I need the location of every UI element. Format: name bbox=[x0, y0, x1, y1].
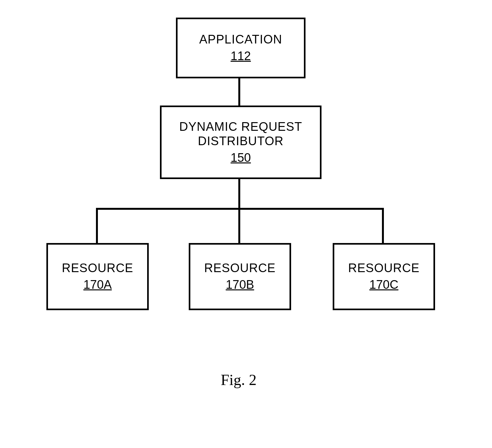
box-resource-b-num: 170B bbox=[226, 278, 254, 292]
box-application-title: APPLICATION bbox=[199, 32, 282, 47]
box-distributor-title-2: DISTRIBUTOR bbox=[198, 134, 284, 149]
box-distributor-title-1: DYNAMIC REQUEST bbox=[179, 120, 302, 134]
box-distributor: DYNAMIC REQUEST DISTRIBUTOR 150 bbox=[160, 106, 321, 179]
box-resource-a-num: 170A bbox=[83, 278, 112, 292]
figure-caption: Fig. 2 bbox=[221, 371, 257, 389]
connector-app-to-distributor bbox=[238, 78, 240, 106]
box-resource-b: RESOURCE 170B bbox=[189, 243, 291, 310]
box-resource-a-title: RESOURCE bbox=[62, 261, 133, 276]
connector-to-resource-c bbox=[382, 208, 384, 243]
box-resource-c-num: 170C bbox=[369, 278, 399, 292]
box-distributor-num: 150 bbox=[231, 151, 251, 165]
connector-distributor-down bbox=[238, 179, 240, 209]
diagram-canvas: APPLICATION 112 DYNAMIC REQUEST DISTRIBU… bbox=[0, 0, 492, 448]
box-resource-a: RESOURCE 170A bbox=[46, 243, 149, 310]
box-application-num: 112 bbox=[231, 49, 251, 64]
box-application: APPLICATION 112 bbox=[176, 18, 306, 78]
connector-to-resource-b bbox=[238, 208, 240, 243]
box-resource-c: RESOURCE 170C bbox=[333, 243, 435, 310]
box-resource-c-title: RESOURCE bbox=[348, 261, 419, 276]
connector-to-resource-a bbox=[96, 208, 98, 243]
box-resource-b-title: RESOURCE bbox=[204, 261, 275, 276]
